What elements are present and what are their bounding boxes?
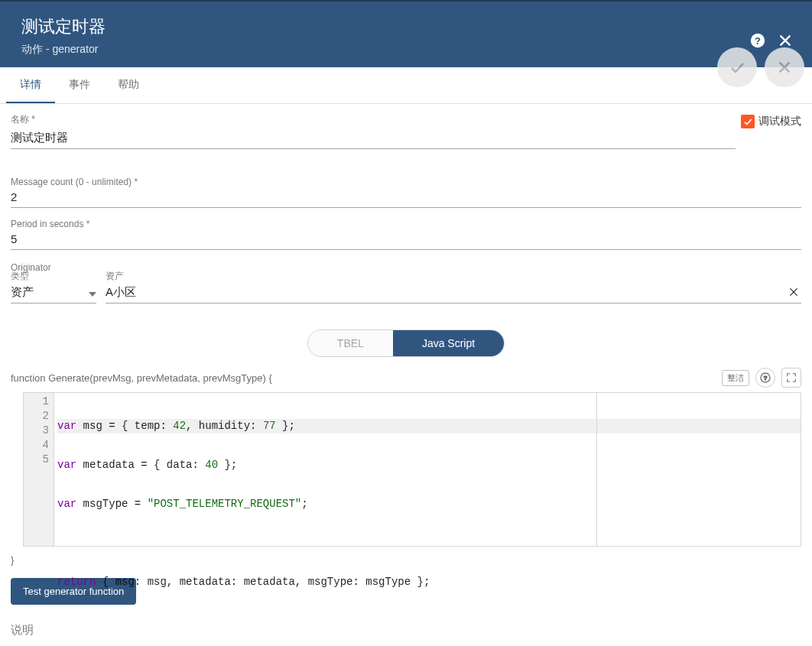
tab-bar: 详情 事件 帮助 — [0, 67, 812, 104]
debug-checkbox[interactable] — [741, 115, 755, 128]
msgcount-label: Message count (0 - unlimited) * — [11, 177, 801, 187]
tab-help[interactable]: 帮助 — [104, 67, 153, 103]
type-label: 类型 — [11, 270, 96, 283]
tab-events[interactable]: 事件 — [55, 67, 104, 103]
msgcount-input[interactable] — [11, 187, 801, 208]
chevron-down-icon[interactable] — [89, 287, 96, 299]
help-icon[interactable]: ? — [749, 32, 766, 49]
svg-text:?: ? — [764, 375, 768, 381]
dialog-subtitle: 动作 - generator — [21, 43, 106, 57]
lang-tbel[interactable]: TBEL — [308, 330, 393, 356]
lang-toggle: TBEL Java Script — [11, 329, 801, 357]
asset-label: 资产 — [106, 270, 801, 283]
editor-help-icon[interactable]: ? — [755, 368, 775, 388]
clear-asset-icon[interactable] — [788, 286, 800, 300]
code-gutter: 1 2 3 4 5 — [24, 393, 54, 546]
tab-details[interactable]: 详情 — [6, 67, 55, 103]
close-icon[interactable] — [777, 32, 794, 49]
cancel-fab[interactable] — [765, 47, 804, 87]
apply-fab[interactable] — [717, 47, 757, 87]
svg-text:?: ? — [755, 35, 761, 47]
period-label: Period in seconds * — [11, 219, 801, 229]
period-input[interactable] — [11, 229, 801, 250]
function-signature: function Generate(prevMsg, prevMetadata,… — [11, 372, 272, 384]
type-select[interactable] — [11, 283, 96, 304]
tidy-button[interactable]: 整洁 — [722, 370, 749, 386]
svg-marker-6 — [89, 292, 96, 297]
name-label: 名称 * — [11, 113, 736, 126]
fullscreen-icon[interactable] — [781, 368, 801, 388]
asset-input[interactable] — [106, 283, 801, 304]
lang-js[interactable]: Java Script — [393, 330, 504, 356]
dialog-title: 测试定时器 — [21, 15, 106, 38]
dialog-header: 测试定时器 动作 - generator ? — [0, 0, 812, 67]
debug-label: 调试模式 — [758, 115, 801, 128]
code-body[interactable]: var msg = { temp: 42, humidity: 77 }; va… — [54, 393, 801, 546]
code-editor[interactable]: 1 2 3 4 5 var msg = { temp: 42, humidity… — [23, 392, 801, 547]
name-input[interactable] — [11, 128, 736, 149]
